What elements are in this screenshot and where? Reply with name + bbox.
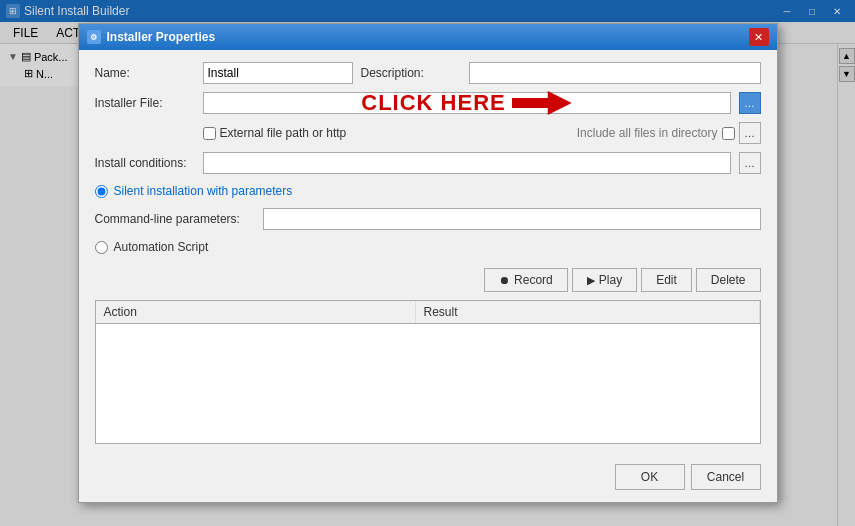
ok-button[interactable]: OK (615, 464, 685, 490)
install-conditions-row: Install conditions: … (95, 152, 761, 174)
include-browse-button[interactable]: … (739, 122, 761, 144)
external-path-label: External file path or http (220, 126, 347, 140)
include-all-files-label: Include all files in directory (577, 126, 718, 140)
cmd-params-input[interactable] (263, 208, 761, 230)
record-label: Record (514, 273, 553, 287)
automation-script-row: Automation Script (95, 238, 761, 256)
name-description-row: Name: Description: (95, 62, 761, 84)
install-conditions-input[interactable] (203, 152, 731, 174)
table-body (96, 324, 760, 434)
play-icon: ▶ (587, 274, 595, 287)
action-table: Action Result (95, 300, 761, 444)
record-button[interactable]: ⏺ Record (484, 268, 568, 292)
dialog-titlebar: ⚙ Installer Properties ✕ (79, 24, 777, 50)
silent-install-radio[interactable] (95, 185, 108, 198)
description-label: Description: (361, 66, 461, 80)
dialog-overlay: ⚙ Installer Properties ✕ Name: Descripti… (0, 0, 855, 526)
installer-input-wrapper: CLICK HERE (203, 92, 731, 114)
external-path-checkbox[interactable] (203, 127, 216, 140)
dialog-body: Name: Description: Installer File: CLICK… (79, 50, 777, 456)
installer-file-input[interactable] (203, 92, 731, 114)
name-input[interactable] (203, 62, 353, 84)
cmd-params-label: Command-line parameters: (95, 212, 255, 226)
delete-label: Delete (711, 273, 746, 287)
installer-file-label: Installer File: (95, 96, 195, 110)
edit-button[interactable]: Edit (641, 268, 692, 292)
delete-button[interactable]: Delete (696, 268, 761, 292)
automation-script-radio[interactable] (95, 241, 108, 254)
col-result: Result (416, 301, 760, 323)
external-path-row: External file path or http Include all f… (95, 122, 761, 144)
description-input[interactable] (469, 62, 761, 84)
silent-install-row: Silent installation with parameters (95, 182, 761, 200)
play-label: Play (599, 273, 622, 287)
record-icon: ⏺ (499, 274, 510, 286)
include-all-files-checkbox[interactable] (722, 127, 735, 140)
dialog-close-button[interactable]: ✕ (749, 28, 769, 46)
installer-file-row: Installer File: CLICK HERE (95, 92, 761, 114)
automation-script-label[interactable]: Automation Script (114, 240, 209, 254)
browse-installer-button[interactable]: … (739, 92, 761, 114)
dialog-title: Installer Properties (107, 30, 749, 44)
conditions-browse-button[interactable]: … (739, 152, 761, 174)
action-buttons-row: ⏺ Record ▶ Play Edit Delete (95, 268, 761, 292)
dialog-footer: OK Cancel (79, 456, 777, 502)
col-action: Action (96, 301, 416, 323)
silent-install-label[interactable]: Silent installation with parameters (114, 184, 293, 198)
cmd-params-row: Command-line parameters: (95, 208, 761, 230)
install-conditions-label: Install conditions: (95, 156, 195, 170)
name-label: Name: (95, 66, 195, 80)
cancel-button[interactable]: Cancel (691, 464, 761, 490)
table-header: Action Result (96, 301, 760, 324)
edit-label: Edit (656, 273, 677, 287)
installer-properties-dialog: ⚙ Installer Properties ✕ Name: Descripti… (78, 23, 778, 503)
dialog-icon: ⚙ (87, 30, 101, 44)
play-button[interactable]: ▶ Play (572, 268, 637, 292)
